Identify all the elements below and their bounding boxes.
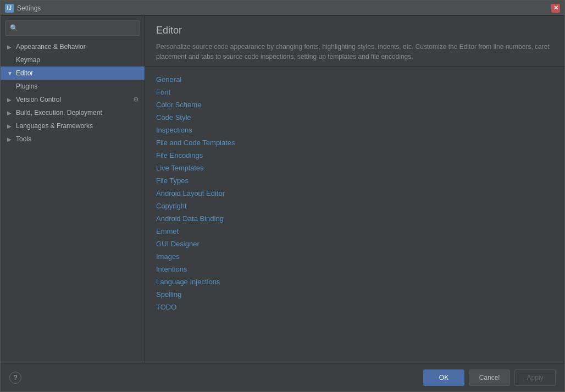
sidebar-item-tools[interactable]: ▶ Tools bbox=[1, 132, 145, 146]
panel-link-item[interactable]: Intentions bbox=[156, 263, 553, 275]
panel-link-item[interactable]: Inspections bbox=[156, 124, 553, 136]
arrow-icon: ▶ bbox=[7, 110, 13, 116]
main-content: 🔍 ▶ Appearance & Behavior Keymap ▼ Edito… bbox=[1, 16, 564, 363]
panel-link-item[interactable]: File and Code Templates bbox=[156, 136, 553, 149]
footer-left: ? bbox=[9, 372, 21, 384]
search-input[interactable] bbox=[21, 24, 135, 32]
panel-link-item[interactable]: Code Style bbox=[156, 111, 553, 124]
search-icon: 🔍 bbox=[10, 24, 18, 32]
title-bar: IJ Settings ✕ bbox=[1, 1, 564, 16]
panel-link-item[interactable]: GUI Designer bbox=[156, 238, 553, 250]
panel-link-item[interactable]: Images bbox=[156, 250, 553, 263]
sidebar-item-version-control[interactable]: ▶ Version Control ⚙ bbox=[1, 93, 145, 106]
panel-link-item[interactable]: Spelling bbox=[156, 288, 553, 301]
arrow-icon: ▶ bbox=[7, 44, 13, 50]
panel-description: Personalize source code appearance by ch… bbox=[156, 42, 553, 62]
panel-link-item[interactable]: Language Injections bbox=[156, 275, 553, 288]
app-icon: IJ bbox=[5, 4, 14, 13]
close-button[interactable]: ✕ bbox=[551, 4, 560, 13]
apply-button[interactable]: Apply bbox=[514, 369, 556, 386]
sidebar-item-plugins[interactable]: Plugins bbox=[1, 80, 145, 93]
right-panel: Editor Personalize source code appearanc… bbox=[145, 16, 564, 363]
panel-title: Editor bbox=[156, 25, 553, 36]
panel-link-item[interactable]: Color Scheme bbox=[156, 98, 553, 111]
search-box[interactable]: 🔍 bbox=[5, 20, 140, 36]
footer: ? OK Cancel Apply bbox=[1, 363, 564, 391]
arrow-icon: ▶ bbox=[7, 136, 13, 142]
sidebar-item-languages[interactable]: ▶ Languages & Frameworks bbox=[1, 119, 145, 132]
sidebar-item-appearance[interactable]: ▶ Appearance & Behavior bbox=[1, 40, 145, 53]
panel-link-item[interactable]: Live Templates bbox=[156, 162, 553, 174]
ok-button[interactable]: OK bbox=[423, 369, 464, 386]
sidebar: 🔍 ▶ Appearance & Behavior Keymap ▼ Edito… bbox=[1, 16, 145, 363]
sidebar-item-editor[interactable]: ▼ Editor bbox=[1, 67, 145, 80]
sidebar-item-keymap[interactable]: Keymap bbox=[1, 53, 145, 67]
panel-link-item[interactable]: Emmet bbox=[156, 225, 553, 238]
panel-links: GeneralFontColor SchemeCode StyleInspect… bbox=[145, 67, 564, 363]
panel-link-item[interactable]: Android Layout Editor bbox=[156, 187, 553, 200]
panel-link-item[interactable]: File Types bbox=[156, 174, 553, 187]
arrow-icon: ▼ bbox=[7, 70, 13, 76]
panel-link-item[interactable]: Android Data Binding bbox=[156, 212, 553, 225]
panel-link-item[interactable]: File Encodings bbox=[156, 149, 553, 162]
panel-header: Editor Personalize source code appearanc… bbox=[145, 16, 564, 67]
gear-icon: ⚙ bbox=[133, 96, 139, 103]
help-button[interactable]: ? bbox=[9, 372, 21, 384]
sidebar-item-build[interactable]: ▶ Build, Execution, Deployment bbox=[1, 106, 145, 119]
cancel-button[interactable]: Cancel bbox=[469, 369, 510, 386]
panel-link-item[interactable]: Font bbox=[156, 86, 553, 98]
panel-link-item[interactable]: Copyright bbox=[156, 200, 553, 212]
window-title: Settings bbox=[17, 4, 551, 12]
arrow-icon: ▶ bbox=[7, 97, 13, 103]
panel-link-item[interactable]: TODO bbox=[156, 301, 553, 313]
panel-link-item[interactable]: General bbox=[156, 73, 553, 86]
arrow-icon: ▶ bbox=[7, 123, 13, 129]
footer-right: OK Cancel Apply bbox=[423, 369, 556, 386]
settings-window: IJ Settings ✕ 🔍 ▶ Appearance & Behavior … bbox=[0, 0, 565, 392]
